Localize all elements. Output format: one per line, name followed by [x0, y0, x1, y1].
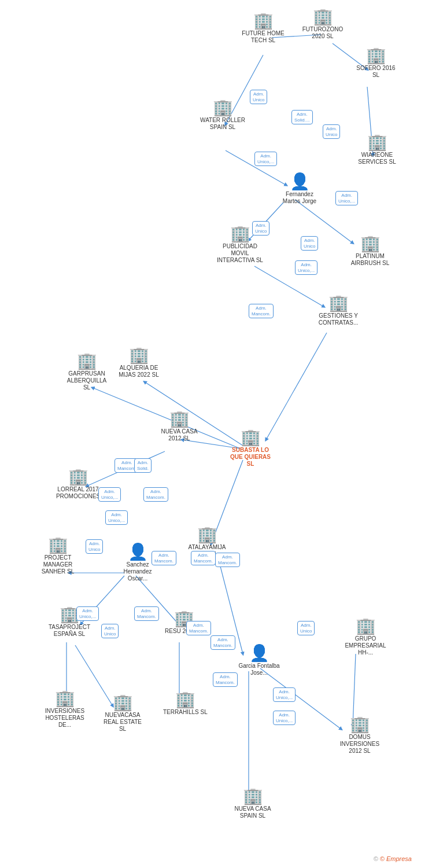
company-label: ALQUERIA DE MIJAS 2022 SL	[116, 365, 162, 378]
company-label: LORREAL 2017 PROMOCIONES	[55, 486, 101, 500]
building-icon: 🏢	[360, 236, 381, 252]
company-label: NUEVACASA REAL ESTATE SL	[99, 712, 146, 733]
badge-adm-mancom-7[interactable]: Adm.Mancom.	[186, 621, 211, 635]
building-icon: 🏢	[48, 537, 68, 553]
node-nueva-casa-spain[interactable]: 🏢 NUEVA CASA SPAIN SL	[230, 788, 276, 819]
badge-adm-unico-12[interactable]: Adm.Unico	[101, 624, 119, 638]
badge-adm-unico-9[interactable]: Adm.Unico,...	[105, 510, 128, 525]
brand-name: © Empresa	[380, 855, 412, 862]
node-water-roller[interactable]: 🏢 WATER ROLLER SPAIN SL	[200, 100, 246, 131]
badge-adm-unico-5[interactable]: Adm.Unico	[252, 221, 269, 236]
node-future-home-tech[interactable]: 🏢 FUTURE HOME TECH SL	[240, 13, 286, 44]
building-icon-highlight: 🏢	[241, 429, 261, 446]
svg-line-8	[266, 333, 327, 440]
badge-adm-unico-15[interactable]: Adm.Unico,...	[273, 711, 296, 725]
badge-adm-unico-8[interactable]: Adm.Unico,...	[98, 487, 121, 502]
node-inversiones-hosteleras[interactable]: 🏢 INVERSIONES HOSTELERAS DE...	[42, 690, 88, 729]
badge-adm-unico-6[interactable]: Adm.Unico	[301, 236, 318, 251]
building-icon: 🏢	[367, 134, 387, 150]
node-sofero[interactable]: 🏢 SOFERO 2016 SL	[353, 47, 399, 79]
badge-adm-mancom-5[interactable]: Adm.Mancom.	[191, 551, 216, 565]
node-nueva-casa-2012[interactable]: 🏢 NUEVA CASA 2012 SL	[156, 411, 202, 442]
company-label-highlight: SUBASTA LO QUE QUIERAS SL	[227, 447, 274, 468]
building-icon: 🏢	[230, 226, 250, 242]
person-icon: 👤	[128, 544, 148, 560]
badge-adm-unico-10[interactable]: Adm.Unico	[86, 539, 103, 554]
person-label: Fernandez Martos Jorge	[276, 191, 323, 205]
company-label: WATER ROLLER SPAIN SL	[200, 117, 246, 131]
company-label: INVERSIONES HOSTELERAS DE...	[42, 708, 88, 729]
node-grupo-empresarial[interactable]: 🏢 GRUPO EMPRESARIAL HH-...	[342, 618, 389, 656]
badge-adm-unico-11[interactable]: Adm.Unico,...	[76, 606, 99, 621]
company-label: GARPRUSAN ALBERQUILLA SL	[64, 370, 110, 391]
company-label: FUTUROZONO 2020 SL	[300, 26, 346, 40]
building-icon: 🏢	[68, 469, 88, 485]
badge-adm-mancom-3[interactable]: Adm.Mancom.	[143, 487, 168, 502]
badge-adm-unico-13[interactable]: Adm.Unico	[297, 621, 315, 635]
company-label: GRUPO EMPRESARIAL HH-...	[342, 635, 389, 656]
badge-adm-unico-7[interactable]: Adm.Unico,...	[295, 260, 317, 275]
badge-adm-mancom-6[interactable]: Adm.Mancom.	[134, 606, 159, 621]
building-icon: 🏢	[197, 527, 217, 543]
company-label: SOFERO 2016 SL	[353, 65, 399, 79]
badge-adm-unico-14[interactable]: Adm.Unico,...	[273, 687, 296, 702]
company-label: FUTURE HOME TECH SL	[240, 30, 286, 44]
badge-adm-unico-2[interactable]: Adm.Unico	[323, 124, 340, 139]
person-icon: 👤	[249, 645, 269, 661]
building-icon: 🏢	[129, 347, 149, 363]
badge-adm-mancom-1[interactable]: Adm.Mancom.	[249, 304, 274, 318]
building-icon: 🏢	[313, 9, 333, 25]
node-nuevacasa-real[interactable]: 🏢 NUEVACASA REAL ESTATE SL	[99, 694, 146, 733]
building-icon: 🏢	[55, 690, 75, 707]
company-label: PROJECT MANAGER SANHER SL	[35, 554, 81, 575]
badge-adm-unico-1[interactable]: Adm.Unico	[250, 90, 267, 104]
building-icon: 🏢	[243, 788, 263, 804]
svg-line-21	[260, 668, 341, 729]
building-icon: 🏢	[213, 100, 233, 116]
company-label: GESTIONES Y CONTRATAS...	[315, 312, 361, 326]
building-icon: 🏢	[77, 353, 97, 369]
node-domus[interactable]: 🏢 DOMUS INVERSIONES 2012 SL	[337, 716, 383, 755]
badge-adm-solid-2[interactable]: Adm.Solid.	[134, 458, 152, 473]
copyright: © © Empresa	[374, 855, 412, 862]
node-futurozono[interactable]: 🏢 FUTUROZONO 2020 SL	[300, 9, 346, 40]
company-label: DOMUS INVERSIONES 2012 SL	[337, 734, 383, 755]
graph-container: 🏢 FUTURE HOME TECH SL 🏢 FUTUROZONO 2020 …	[0, 0, 421, 868]
company-label: NUEVA CASA SPAIN SL	[230, 806, 276, 819]
node-gestiones[interactable]: 🏢 GESTIONES Y CONTRATAS...	[315, 295, 361, 326]
node-terrahills[interactable]: 🏢 TERRAHILLS SL	[163, 692, 208, 716]
node-wiareone[interactable]: 🏢 WIAREONE SERVICES SL	[354, 134, 400, 165]
person-label: Garcia Fontalba Jose...	[236, 663, 282, 676]
building-icon: 🏢	[356, 618, 376, 634]
node-subasta[interactable]: 🏢 SUBASTA LO QUE QUIERAS SL	[227, 429, 274, 468]
building-icon: 🏢	[350, 716, 370, 733]
building-icon: 🏢	[366, 47, 386, 64]
badge-adm-mancom-4[interactable]: Adm.Mancom.	[152, 551, 176, 565]
building-icon: 🏢	[113, 694, 133, 711]
node-project-manager[interactable]: 🏢 PROJECT MANAGER SANHER SL	[35, 537, 81, 575]
node-platinum[interactable]: 🏢 PLATINUM AIRBRUSH SL	[347, 236, 393, 267]
company-label: PUBLICIDAD MOVIL INTERACTIVA SL	[217, 243, 263, 264]
badge-adm-mancom-10[interactable]: Adm.Mancom.	[213, 672, 238, 687]
company-label: NUEVA CASA 2012 SL	[156, 428, 202, 442]
node-garprusan[interactable]: 🏢 GARPRUSAN ALBERQUILLA SL	[64, 353, 110, 391]
badge-adm-mancom-8[interactable]: Adm.Mancom.	[211, 635, 235, 650]
company-label: WIAREONE SERVICES SL	[354, 152, 400, 165]
node-garcia-fontalba[interactable]: 👤 Garcia Fontalba Jose...	[236, 645, 282, 676]
company-label: TERRAHILLS SL	[163, 709, 208, 716]
company-label: PLATINUM AIRBRUSH SL	[347, 253, 393, 267]
building-icon: 🏢	[328, 295, 349, 311]
node-alqueria[interactable]: 🏢 ALQUERIA DE MIJAS 2022 SL	[116, 347, 162, 378]
node-lorreal[interactable]: 🏢 LORREAL 2017 PROMOCIONES	[55, 469, 101, 500]
building-icon: 🏢	[175, 692, 195, 708]
person-icon: 👤	[290, 174, 310, 190]
badge-adm-unico-3[interactable]: Adm.Unico,...	[335, 191, 358, 205]
badge-adm-mancom-9[interactable]: Adm.Mancom.	[215, 553, 240, 567]
building-icon: 🏢	[253, 13, 274, 29]
company-label: TASAPROJECT ESPAÑA SL	[46, 624, 93, 638]
node-fernandez-martos[interactable]: 👤 Fernandez Martos Jorge	[276, 174, 323, 205]
building-icon: 🏢	[169, 411, 190, 427]
badge-adm-solid-1[interactable]: Adm.Solid....	[291, 110, 313, 124]
badge-adm-unico-4[interactable]: Adm.Unico,...	[254, 152, 277, 166]
